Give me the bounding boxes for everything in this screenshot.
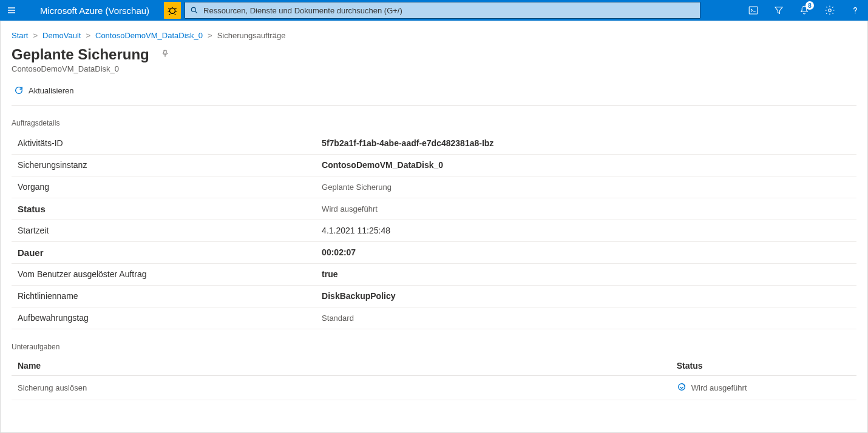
- details-value: ContosoDemoVM_DataDisk_0: [316, 154, 856, 176]
- pin-icon: [160, 49, 170, 59]
- details-value: DiskBackupPolicy: [316, 285, 856, 307]
- svg-rect-2: [749, 7, 758, 14]
- main-content: Start > DemoVault > ContosoDemoVM_DataDi…: [0, 21, 868, 433]
- details-row: Vom Benutzer ausgelöster Auftragtrue: [12, 263, 856, 285]
- page-subtitle: ContosoDemoVM_DataDisk_0: [12, 64, 856, 73]
- breadcrumb-item-1[interactable]: ContosoDemoVM_DataDisk_0: [95, 31, 203, 40]
- details-row: Dauer00:02:07: [12, 241, 856, 263]
- breadcrumb-sep: >: [208, 31, 212, 40]
- details-key: Vorgang: [12, 176, 316, 198]
- details-row: Startzeit4.1.2021 11:25:48: [12, 220, 856, 241]
- breadcrumb-start[interactable]: Start: [12, 31, 28, 40]
- details-key: Richtlinienname: [12, 285, 316, 307]
- breadcrumb-sep: >: [33, 31, 38, 40]
- details-row: RichtliniennameDiskBackupPolicy: [12, 285, 856, 307]
- gear-icon: [824, 5, 835, 16]
- breadcrumb-item-0[interactable]: DemoVault: [42, 31, 81, 40]
- details-row: AufbewahrungstagStandard: [12, 307, 856, 329]
- help-icon: [850, 5, 861, 16]
- filter-icon: [773, 5, 784, 16]
- details-key: Aufbewahrungstag: [12, 307, 316, 329]
- refresh-label: Aktualisieren: [29, 86, 73, 95]
- search-bar[interactable]: [185, 2, 700, 19]
- settings-button[interactable]: [817, 0, 843, 21]
- subtasks-section-label: Unteraufgaben: [12, 343, 856, 351]
- bug-icon: [167, 5, 178, 16]
- details-key: Sicherungsinstanz: [12, 154, 316, 176]
- notification-count: 8: [805, 1, 814, 10]
- details-key: Dauer: [12, 241, 316, 263]
- breadcrumb-current: Sicherungsaufträge: [217, 31, 286, 40]
- details-key: Startzeit: [12, 220, 316, 241]
- hamburger-menu[interactable]: [0, 0, 23, 21]
- details-value: Wird ausgeführt: [316, 198, 856, 220]
- topbar: Microsoft Azure (Vorschau) 8: [0, 0, 868, 21]
- pin-button[interactable]: [160, 49, 170, 61]
- details-section-label: Auftragsdetails: [12, 119, 856, 127]
- breadcrumb: Start > DemoVault > ContosoDemoVM_DataDi…: [12, 31, 856, 40]
- subtasks-table: Name Status Sicherung auslösenWird ausge…: [12, 356, 856, 400]
- page-title: Geplante Sicherung: [12, 46, 149, 63]
- details-value: 00:02:07: [316, 241, 856, 263]
- menu-icon: [7, 5, 16, 15]
- svg-point-1: [191, 7, 195, 12]
- subtask-name: Sicherung auslösen: [12, 375, 671, 400]
- details-value: true: [316, 263, 856, 285]
- details-value: Geplante Sicherung: [316, 176, 856, 198]
- refresh-button[interactable]: Aktualisieren: [12, 84, 76, 96]
- details-value: 5f7b2a1f-f1ab-4abe-aadf-e7dc482381a8-Ibz: [316, 132, 856, 154]
- details-row: StatusWird ausgeführt: [12, 198, 856, 220]
- refresh-icon: [14, 86, 24, 95]
- search-icon: [190, 6, 198, 15]
- topbar-actions: 8: [741, 0, 868, 21]
- brand-title: Microsoft Azure (Vorschau): [23, 5, 161, 16]
- search-input[interactable]: [203, 6, 695, 15]
- preview-badge[interactable]: [164, 2, 181, 19]
- subtasks-col-name: Name: [12, 356, 671, 376]
- subtask-status-text: Wird ausgeführt: [691, 383, 747, 392]
- toolbar: Aktualisieren: [12, 84, 856, 106]
- subtasks-col-status: Status: [671, 356, 856, 376]
- breadcrumb-sep: >: [86, 31, 90, 40]
- svg-point-3: [829, 9, 832, 12]
- details-row: VorgangGeplante Sicherung: [12, 176, 856, 198]
- cloud-shell-button[interactable]: [741, 0, 766, 21]
- directory-filter-button[interactable]: [766, 0, 792, 21]
- details-key: Aktivitäts-ID: [12, 132, 316, 154]
- inprogress-icon: [677, 382, 687, 394]
- svg-point-0: [170, 8, 175, 13]
- terminal-icon: [748, 5, 759, 16]
- details-row: SicherungsinstanzContosoDemoVM_DataDisk_…: [12, 154, 856, 176]
- details-key: Vom Benutzer ausgelöster Auftrag: [12, 263, 316, 285]
- details-key: Status: [12, 198, 316, 220]
- subtask-row: Sicherung auslösenWird ausgeführt: [12, 375, 856, 400]
- page-title-row: Geplante Sicherung: [12, 46, 856, 63]
- help-button[interactable]: [843, 0, 868, 21]
- details-row: Aktivitäts-ID5f7b2a1f-f1ab-4abe-aadf-e7d…: [12, 132, 856, 154]
- details-table: Aktivitäts-ID5f7b2a1f-f1ab-4abe-aadf-e7d…: [12, 132, 856, 329]
- notifications-button[interactable]: 8: [792, 0, 817, 21]
- subtask-status: Wird ausgeführt: [671, 375, 856, 400]
- details-value: Standard: [316, 307, 856, 329]
- details-value: 4.1.2021 11:25:48: [316, 220, 856, 241]
